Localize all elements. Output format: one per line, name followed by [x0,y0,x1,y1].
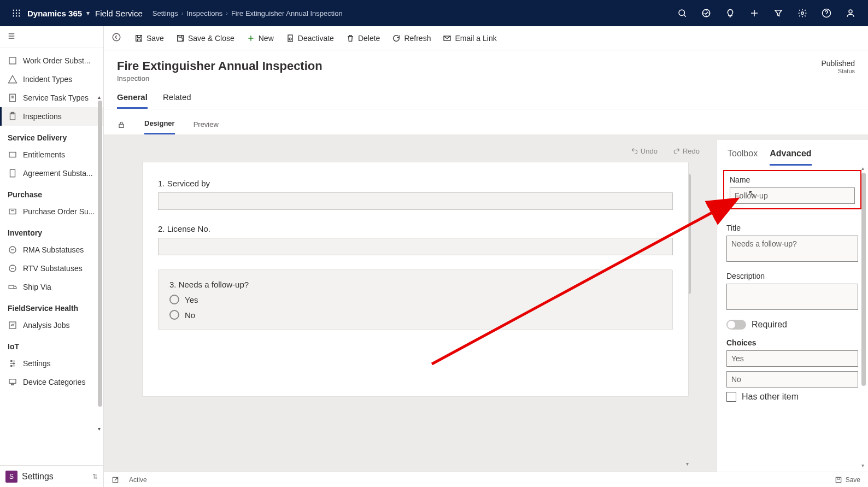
choices-label: Choices [726,338,858,347]
designer-subtabs: Designer Preview [104,109,868,134]
sidebar-section-service-delivery: Service Delivery [0,126,103,145]
filter-icon[interactable] [766,0,790,26]
license-no-input[interactable] [158,238,673,255]
scroll-up-icon[interactable]: ▴ [96,94,102,101]
svg-point-8 [19,15,20,16]
deactivate-button[interactable]: Deactivate [286,34,334,43]
breadcrumb: Settings › Inspections › Fire Extinguish… [153,9,343,17]
status-badge: Published Status [822,59,855,74]
undo-button[interactable]: Undo [631,147,658,155]
chevron-down-icon[interactable]: ▾ [86,9,90,17]
target-icon[interactable] [694,0,718,26]
description-input[interactable] [726,284,858,310]
scroll-down-icon[interactable]: ▾ [96,426,102,432]
cmd-label: Delete [358,34,380,43]
help-icon[interactable] [814,0,838,26]
svg-rect-47 [119,124,124,127]
cmd-label: Save [146,34,164,43]
canvas-scroll-down-icon[interactable]: ▾ [683,461,691,468]
choice-no-input[interactable]: No [726,371,858,388]
has-other-checkbox[interactable] [726,392,736,402]
form-tabs: General Related [104,83,868,109]
choice-yes-input[interactable]: Yes [726,350,858,367]
radio-icon [169,295,179,304]
gear-icon[interactable] [790,0,814,26]
tab-advanced[interactable]: Advanced [770,149,811,166]
required-toggle[interactable] [726,320,746,330]
chevron-right-icon: › [181,10,184,16]
radio-yes[interactable]: Yes [169,295,661,304]
app-launcher-icon[interactable] [5,0,27,26]
bulb-icon[interactable] [718,0,742,26]
btn-label: Undo [641,147,658,155]
back-icon[interactable] [112,32,122,44]
has-other-row[interactable]: Has other item [726,392,858,402]
cmd-label: Deactivate [298,34,334,43]
has-other-label: Has other item [742,392,799,402]
module-label[interactable]: Field Service [95,9,143,18]
title-input[interactable]: Needs a follow-up? [726,236,858,262]
sidebar-item-label: RMA Substatuses [23,245,84,254]
plus-icon[interactable] [742,0,766,26]
user-icon[interactable] [838,0,863,26]
lock-icon [117,120,126,129]
sidebar-item-work-order[interactable]: Work Order Subst... [0,51,103,70]
serviced-by-input[interactable] [158,192,673,210]
popout-icon[interactable] [112,476,119,484]
brand-label[interactable]: Dynamics 365 [27,9,82,18]
refresh-button[interactable]: Refresh [392,34,431,43]
footer-save[interactable]: Save [846,476,860,484]
svg-point-45 [289,38,291,40]
area-badge: S [5,471,17,483]
svg-rect-24 [9,152,16,157]
sidebar-item-service-task[interactable]: Service Task Types [0,89,103,107]
left-sidebar: ▴ Work Order Subst... Incident Types Ser… [0,26,104,487]
breadcrumb-settings[interactable]: Settings [153,9,178,17]
tab-related[interactable]: Related [163,92,191,109]
svg-rect-20 [9,57,16,64]
radio-no[interactable]: No [169,310,661,320]
delete-button[interactable]: Delete [346,34,380,43]
sidebar-area-switcher[interactable]: S Settings ⇅ [0,465,103,487]
q-label: License No. [167,224,210,233]
sidebar-item-label: Service Task Types [23,93,89,102]
sidebar-item-entitlements[interactable]: Entitlements [0,145,103,164]
status-bar: Active Save [104,472,868,487]
save-button[interactable]: Save [134,34,164,43]
sidebar-item-label: Inspections [23,112,62,121]
search-icon[interactable] [670,0,694,26]
panel-scroll-down-icon[interactable]: ▾ [859,462,866,468]
sidebar-item-analysis[interactable]: Analysis Jobs [0,316,103,335]
sidebar-item-iot-settings[interactable]: Settings [0,354,103,373]
save-close-button[interactable]: Save & Close [176,34,234,43]
page-subtitle: Inspection [117,74,322,83]
question-license-no[interactable]: 2. License No. [158,224,673,255]
subtab-designer[interactable]: Designer [144,115,175,134]
tab-general[interactable]: General [117,92,148,109]
save-icon[interactable] [835,476,842,484]
sidebar-item-rtv[interactable]: RTV Substatuses [0,259,103,278]
name-input[interactable] [730,187,855,204]
sidebar-item-inspections[interactable]: Inspections [0,107,103,126]
sidebar-item-ship-via[interactable]: Ship Via [0,278,103,296]
question-serviced-by[interactable]: 1. Serviced by [158,179,673,210]
sidebar-item-purchase-order[interactable]: Purchase Order Su... [0,202,103,221]
sidebar-section-iot: IoT [0,335,103,354]
top-navbar: Dynamics 365 ▾ Field Service Settings › … [0,0,868,26]
sidebar-item-agreement[interactable]: Agreement Substa... [0,164,103,183]
sidebar-item-device-cat[interactable]: Device Categories [0,373,103,391]
sidebar-scrollbar[interactable] [98,101,102,407]
sidebar-item-incident-types[interactable]: Incident Types [0,70,103,89]
tab-toolbox[interactable]: Toolbox [728,149,758,166]
subtab-preview[interactable]: Preview [193,116,219,134]
redo-button[interactable]: Redo [673,147,700,155]
hamburger-icon[interactable] [7,32,19,42]
highlighted-name-field: Name [723,170,861,209]
sidebar-item-rma[interactable]: RMA Substatuses [0,240,103,259]
btn-label: Redo [683,147,700,155]
new-button[interactable]: New [247,34,274,43]
name-label: Name [730,175,855,184]
breadcrumb-inspections[interactable]: Inspections [186,9,222,17]
question-follow-up[interactable]: 3. Needs a follow-up? Yes No [158,269,673,330]
email-link-button[interactable]: Email a Link [443,34,496,43]
